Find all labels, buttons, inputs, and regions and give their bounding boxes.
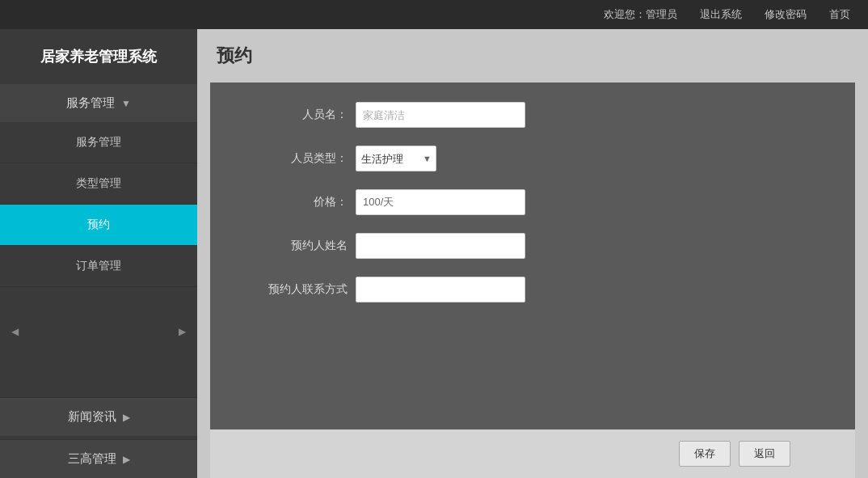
type-row: 人员类型： 生活护理 医疗护理 心理护理 ▼ (210, 146, 855, 171)
scroll-left-btn[interactable]: ◀ (6, 324, 23, 339)
welcome-text: 欢迎您：管理员 (594, 4, 687, 25)
sidebar-section-service-label: 服务管理 (66, 95, 115, 111)
type-select-wrapper: 生活护理 医疗护理 心理护理 ▼ (356, 146, 436, 171)
sidebar-item-order[interactable]: 订单管理 (0, 246, 197, 287)
name-input[interactable] (356, 102, 525, 128)
main-layout: 居家养老管理系统 服务管理 ▼ 服务管理 类型管理 预约 订单管理 (0, 29, 868, 478)
form-actions: 保存 返回 (210, 429, 855, 478)
contact-row: 预约人联系方式 (210, 277, 855, 302)
price-row: 价格： (210, 189, 855, 215)
page-title: 预约 (197, 29, 868, 82)
reserver-name-input[interactable] (356, 233, 525, 259)
sidebar-section-news[interactable]: 新闻资讯 ▶ (0, 397, 197, 436)
main-content: 预约 人员名： 人员类型： 生活护理 医疗护理 心理护理 ▼ (197, 29, 868, 478)
name-label: 人员名： (259, 108, 348, 122)
chevron-right-icon-health: ▶ (123, 454, 130, 465)
sidebar-title: 居家养老管理系统 (0, 29, 197, 84)
type-select[interactable]: 生活护理 医疗护理 心理护理 (356, 146, 436, 171)
contact-label: 预约人联系方式 (259, 282, 348, 297)
sidebar-section-news-label: 新闻资讯 (68, 409, 116, 425)
sidebar-section-health[interactable]: 三高管理 ▶ (0, 439, 197, 478)
topbar: 欢迎您：管理员 退出系统 修改密码 首页 (0, 0, 868, 29)
form-container: 人员名： 人员类型： 生活护理 医疗护理 心理护理 ▼ 价格： (210, 82, 855, 429)
contact-input[interactable] (356, 277, 525, 302)
type-label: 人员类型： (259, 151, 348, 166)
save-button[interactable]: 保存 (679, 441, 731, 467)
home-button[interactable]: 首页 (820, 4, 860, 25)
sidebar-section-health-label: 三高管理 (68, 451, 116, 467)
scroll-controls: ◀ ▶ (0, 324, 197, 339)
price-label: 价格： (259, 195, 348, 209)
sidebar-submenu: 服务管理 类型管理 预约 订单管理 ◀ ▶ (0, 122, 197, 397)
chevron-down-icon: ▼ (121, 98, 131, 109)
reserver-name-row: 预约人姓名 (210, 233, 855, 259)
sidebar-item-service[interactable]: 服务管理 (0, 122, 197, 163)
price-input[interactable] (356, 189, 525, 215)
back-button[interactable]: 返回 (739, 441, 790, 467)
reserver-name-label: 预约人姓名 (259, 239, 348, 253)
name-row: 人员名： (210, 102, 855, 128)
sidebar-item-reservation[interactable]: 预约 (0, 205, 197, 246)
sidebar-section-service[interactable]: 服务管理 ▼ (0, 84, 197, 122)
scroll-right-btn[interactable]: ▶ (174, 324, 191, 339)
sidebar: 居家养老管理系统 服务管理 ▼ 服务管理 类型管理 预约 订单管理 (0, 29, 197, 478)
chevron-right-icon-news: ▶ (123, 412, 130, 423)
sidebar-submenu-inner[interactable]: 服务管理 类型管理 预约 订单管理 (0, 122, 197, 324)
sidebar-item-type[interactable]: 类型管理 (0, 163, 197, 205)
change-password-button[interactable]: 修改密码 (755, 4, 816, 25)
logout-button[interactable]: 退出系统 (690, 4, 752, 25)
